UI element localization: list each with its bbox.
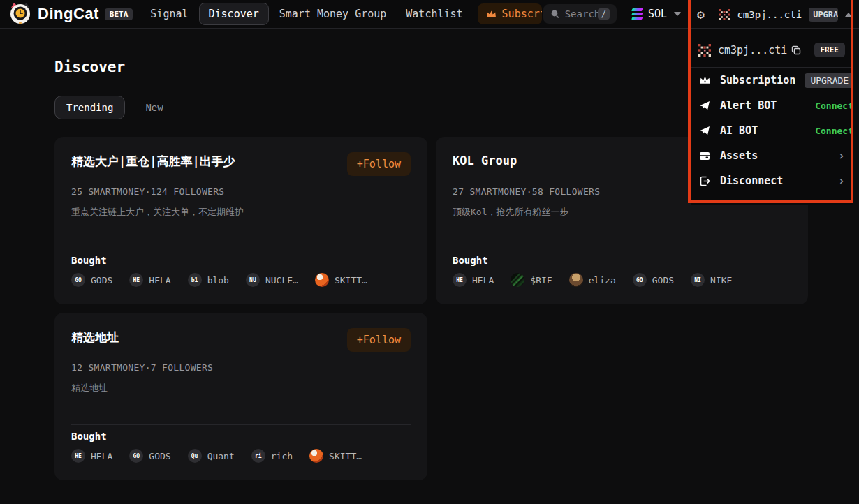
chevron-right-icon: ›	[838, 174, 845, 188]
bought-label: Bought	[453, 255, 488, 266]
chevron-down-icon	[674, 12, 681, 16]
menu-item-label: Alert BOT	[720, 99, 777, 112]
crown-icon	[486, 10, 497, 19]
token-item[interactable]: $RIF	[511, 273, 552, 287]
chain-selector-value: SOL	[648, 8, 667, 20]
token-name: GODS	[149, 451, 170, 461]
solana-icon	[632, 8, 643, 20]
token-name: HELA	[149, 275, 170, 286]
token-avatar: NU	[246, 273, 260, 287]
group-title: 精选大户|重仓|高胜率|出手少	[71, 154, 235, 170]
token-name: rich	[271, 451, 293, 461]
bought-token-list: GOGODS HEHELA b1blob NUNUCLE… SKITT…	[71, 273, 367, 287]
token-item[interactable]: b1blob	[188, 273, 229, 287]
telegram-icon	[698, 101, 711, 110]
menu-item-disconnect[interactable]: Disconnect ›	[691, 168, 853, 193]
token-avatar: HE	[71, 449, 85, 463]
follow-button[interactable]: +Follow	[347, 152, 411, 176]
wallet-address: cm3pj...cti	[737, 9, 802, 20]
bought-label: Bought	[71, 431, 107, 442]
token-avatar-image	[315, 273, 329, 287]
token-item[interactable]: HEHELA	[71, 449, 112, 463]
connect-link[interactable]: Connect	[815, 126, 853, 136]
wallet-identicon	[698, 44, 711, 57]
nav-item-signal[interactable]: Signal	[141, 3, 197, 24]
divider	[712, 8, 712, 22]
search-box[interactable]: /	[543, 4, 617, 24]
group-description: 顶级Kol，抢先所有粉丝一步	[453, 206, 791, 218]
plan-badge: FREE	[814, 43, 846, 57]
wallet-identicon	[719, 9, 730, 20]
follow-button[interactable]: +Follow	[347, 328, 411, 352]
group-title: KOL Group	[453, 154, 517, 168]
tab-trending[interactable]: Trending	[54, 96, 125, 119]
token-item[interactable]: SKITT…	[315, 273, 367, 287]
token-item[interactable]: eliza	[569, 273, 616, 287]
nav-item-watchlist[interactable]: Watchlist	[397, 3, 471, 24]
menu-item-subscription[interactable]: Subscription UPGRADE	[691, 68, 853, 93]
token-avatar: HE	[129, 273, 143, 287]
group-card[interactable]: 精选大户|重仓|高胜率|出手少 +Follow 25 SMARTMONEY·12…	[54, 137, 427, 304]
menu-item-alert-bot[interactable]: Alert BOT Connect	[691, 93, 853, 118]
token-avatar: GO	[633, 273, 647, 287]
upgrade-badge[interactable]: UPGRADE	[805, 73, 853, 88]
token-item[interactable]: NINIKE	[691, 273, 732, 287]
token-name: eliza	[589, 275, 616, 286]
tab-new[interactable]: New	[133, 96, 175, 119]
token-item[interactable]: QuQuant	[188, 449, 235, 463]
token-avatar-image	[511, 273, 524, 287]
token-name: NUCLE…	[265, 275, 298, 286]
logout-icon	[698, 176, 711, 186]
chevron-right-icon: ›	[838, 149, 845, 163]
nav-subscription-label: Subscription	[502, 8, 542, 20]
token-avatar-image	[569, 273, 583, 287]
gear-icon[interactable]: ⚙	[697, 8, 705, 21]
nav-subscription-button[interactable]: Subscription	[478, 3, 542, 24]
upgrade-badge[interactable]: UPGRADE	[809, 8, 838, 22]
token-item[interactable]: GOGODS	[633, 273, 674, 287]
divider	[71, 249, 411, 249]
token-item[interactable]: NUNUCLE…	[246, 273, 298, 287]
menu-item-ai-bot[interactable]: AI BOT Connect	[691, 118, 853, 143]
token-item[interactable]: GOGODS	[129, 449, 170, 463]
menu-item-assets[interactable]: Assets ›	[691, 143, 853, 168]
token-name: GODS	[652, 275, 674, 286]
token-avatar: ri	[251, 449, 265, 463]
menu-item-label: Disconnect	[720, 175, 783, 187]
token-name: Quant	[207, 451, 235, 461]
dingcat-logo-icon	[8, 2, 32, 26]
token-name: $RIF	[530, 275, 552, 286]
bought-label: Bought	[71, 255, 107, 266]
menu-item-label: Assets	[720, 149, 758, 162]
group-stats: 25 SMARTMONEY·124 FOLLOWERS	[71, 186, 411, 197]
token-item[interactable]: HEHELA	[129, 273, 170, 287]
brand-logo[interactable]: DingCat	[8, 2, 99, 26]
group-stats: 12 SMARTMONEY·7 FOLLOWERS	[71, 362, 411, 373]
token-name: HELA	[91, 451, 112, 461]
token-avatar: HE	[453, 273, 467, 287]
token-name: NIKE	[710, 275, 732, 286]
chain-selector[interactable]: SOL	[632, 8, 681, 20]
wallet-icon	[698, 151, 711, 161]
token-name: SKITT…	[335, 275, 367, 286]
brand-name: DingCat	[38, 5, 99, 23]
token-name: HELA	[472, 275, 494, 286]
token-item[interactable]: ririch	[251, 449, 293, 463]
token-avatar: GO	[129, 449, 143, 463]
nav-item-smart-money-group[interactable]: Smart Money Group	[270, 3, 396, 24]
wallet-address: cm3pj...cti	[718, 44, 787, 57]
token-avatar: Qu	[188, 449, 202, 463]
menu-item-label: Subscription	[720, 74, 795, 87]
copy-icon[interactable]	[791, 45, 801, 55]
nav-item-discover[interactable]: Discover	[199, 3, 269, 25]
bought-token-list: HEHELA GOGODS QuQuant ririch SKITT…	[71, 449, 362, 463]
token-item[interactable]: SKITT…	[309, 449, 362, 463]
wallet-menu-trigger[interactable]: ⚙ cm3pj...cti UPGRADE	[691, 0, 852, 29]
menu-item-label: AI BOT	[720, 124, 758, 137]
token-avatar: GO	[71, 273, 85, 287]
token-item[interactable]: GOGODS	[71, 273, 112, 287]
bought-token-list: HEHELA $RIF eliza GOGODS NINIKE	[453, 273, 732, 287]
connect-link[interactable]: Connect	[815, 101, 853, 111]
group-card[interactable]: 精选地址 +Follow 12 SMARTMONEY·7 FOLLOWERS 精…	[54, 313, 427, 480]
token-item[interactable]: HEHELA	[453, 273, 494, 287]
